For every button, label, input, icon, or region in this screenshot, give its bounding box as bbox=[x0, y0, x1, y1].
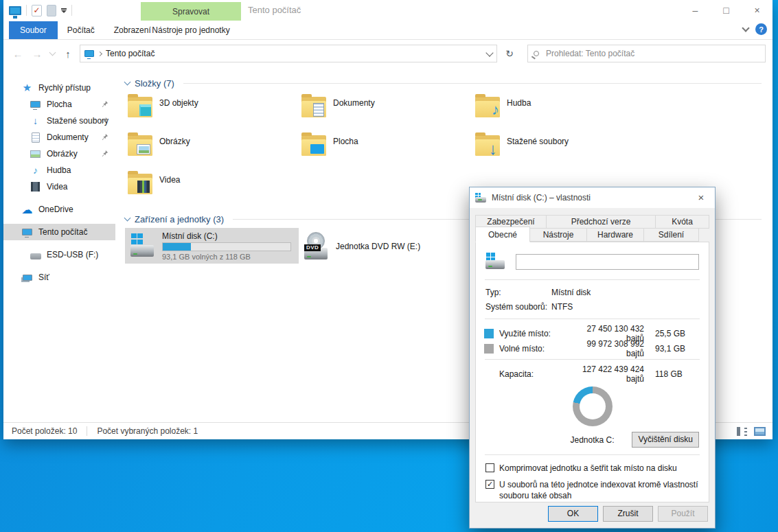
folder-item-stazene-soubory[interactable]: ↓ Stažené soubory bbox=[472, 130, 646, 169]
close-button[interactable]: × bbox=[742, 0, 773, 21]
customize-toolbar-dropdown-icon[interactable] bbox=[61, 10, 67, 13]
tab-obecne[interactable]: Obecné bbox=[475, 227, 530, 242]
usb-drive-icon bbox=[30, 249, 41, 261]
breadcrumb-location[interactable]: Tento počítač bbox=[106, 49, 155, 58]
help-button[interactable]: ? bbox=[755, 23, 767, 35]
index-checkbox-label: U souborů na této jednotce indexovat kro… bbox=[499, 479, 699, 501]
breadcrumb[interactable]: Tento počítač bbox=[80, 45, 497, 62]
folder-item-dokumenty[interactable]: Dokumenty bbox=[299, 92, 472, 130]
compress-checkbox-row[interactable]: Komprimovat jednotku a šetřit tak místo … bbox=[484, 460, 700, 476]
tab-soubor[interactable]: Soubor bbox=[9, 21, 58, 39]
tab-hardware[interactable]: Hardware bbox=[586, 228, 644, 242]
dialog-close-icon[interactable]: × bbox=[687, 187, 715, 207]
free-space-size: 93,1 GB bbox=[655, 344, 700, 354]
chevron-down-icon[interactable] bbox=[124, 79, 131, 86]
tab-nastroje-pro-jednotky[interactable]: Nástroje pro jednotky bbox=[141, 21, 241, 39]
details-view-icon[interactable] bbox=[737, 427, 747, 436]
new-folder-icon[interactable] bbox=[47, 5, 56, 16]
search-icon bbox=[534, 51, 539, 56]
sidebar-item-label: ESD-USB (F:) bbox=[47, 250, 98, 259]
chevron-down-icon[interactable] bbox=[124, 215, 131, 222]
used-space-size: 25,5 GB bbox=[655, 329, 700, 338]
drive-name: Místní disk (C:) bbox=[162, 231, 295, 241]
music-icon: ♪ bbox=[30, 165, 41, 176]
apply-button[interactable]: Použít bbox=[658, 506, 708, 522]
dialog-title: Místní disk (C:) – vlastnosti bbox=[492, 193, 591, 203]
index-checkbox-row[interactable]: ✓ U souborů na této jednotce indexovat k… bbox=[484, 476, 700, 504]
used-space-swatch bbox=[484, 329, 494, 338]
free-space-bytes: 99 972 308 992 bajtů bbox=[568, 339, 655, 358]
ribbon-right-controls: ? bbox=[743, 23, 767, 35]
sidebar-item-quick-access[interactable]: ★ Rychlý přístup bbox=[3, 80, 115, 96]
drive-item-c[interactable]: Místní disk (C:) 93,1 GB volných z 118 G… bbox=[125, 228, 299, 264]
search-input[interactable] bbox=[545, 48, 759, 59]
divider bbox=[485, 454, 700, 455]
capacity-size: 118 GB bbox=[655, 369, 700, 379]
sidebar-item-dokumenty[interactable]: Dokumenty bbox=[3, 129, 115, 146]
thumbnail-view-icon[interactable] bbox=[754, 427, 766, 436]
type-row: Typ: Místní disk bbox=[484, 285, 700, 299]
minimize-button[interactable]: – bbox=[680, 0, 711, 21]
sidebar-item-sit[interactable]: Síť bbox=[3, 269, 115, 286]
folder-name: Stažené soubory bbox=[507, 132, 569, 146]
drive-item-dvd[interactable]: DVD Jednotka DVD RW (E:) bbox=[299, 228, 472, 264]
drive-caption-row: Jednotka C: Vyčištění disku bbox=[484, 432, 700, 450]
recent-locations-icon[interactable] bbox=[49, 49, 56, 56]
tab-sdileni[interactable]: Sdílení bbox=[643, 228, 699, 242]
folder-item-3d-objekty[interactable]: 3D objekty bbox=[125, 92, 299, 130]
drive-name: Jednotka DVD RW (E:) bbox=[336, 242, 468, 251]
sidebar-item-stazene-soubory[interactable]: ↓ Stažené soubory bbox=[3, 113, 115, 129]
free-space-label: Volné místo: bbox=[499, 344, 568, 354]
folder-pictures-icon bbox=[128, 135, 152, 156]
address-dropdown-icon[interactable] bbox=[485, 49, 493, 56]
group-header-slozky[interactable]: Složky (7) bbox=[125, 74, 773, 92]
status-separator bbox=[87, 426, 87, 436]
manage-group-label: Spravovat bbox=[172, 7, 209, 16]
sidebar-item-tento-pocitac[interactable]: Tento počítač bbox=[3, 224, 115, 240]
ok-button[interactable]: OK bbox=[548, 506, 598, 522]
index-checkbox[interactable]: ✓ bbox=[485, 480, 494, 489]
location-icon bbox=[84, 50, 94, 57]
tab-row-2: Obecné Nástroje Hardware Sdílení bbox=[475, 228, 709, 242]
properties-dialog: Místní disk (C:) – vlastnosti × Zabezpeč… bbox=[469, 187, 716, 529]
tab-pocitac[interactable]: Počítač bbox=[58, 21, 104, 39]
sidebar-item-esd-usb[interactable]: ESD-USB (F:) bbox=[3, 246, 115, 263]
sidebar-item-plocha[interactable]: Plocha bbox=[3, 96, 115, 113]
tab-nastroje[interactable]: Nástroje bbox=[529, 228, 587, 242]
compress-checkbox[interactable] bbox=[485, 463, 494, 472]
sidebar-item-videa[interactable]: Videa bbox=[3, 178, 115, 195]
sidebar-item-label: Hudba bbox=[47, 165, 71, 175]
free-space-row: Volné místo: 99 972 308 992 bajtů 93,1 G… bbox=[484, 339, 700, 354]
document-icon bbox=[30, 132, 41, 143]
sidebar-item-label: Obrázky bbox=[47, 149, 78, 159]
maximize-button[interactable]: □ bbox=[711, 0, 742, 21]
folder-name: Plocha bbox=[333, 132, 358, 146]
forward-icon[interactable]: → bbox=[30, 48, 45, 60]
this-pc-icon[interactable] bbox=[9, 6, 21, 15]
sidebar-item-onedrive[interactable]: ☁ OneDrive bbox=[3, 201, 115, 218]
selected-count: Počet vybraných položek: 1 bbox=[97, 426, 198, 436]
tab-predchozi-verze[interactable]: Předchozí verze bbox=[546, 215, 656, 229]
folder-item-plocha[interactable]: Plocha bbox=[299, 130, 472, 169]
tab-kvota[interactable]: Kvóta bbox=[655, 215, 709, 229]
up-icon[interactable]: ↑ bbox=[60, 48, 76, 60]
folder-item-hudba[interactable]: ♪ Hudba bbox=[472, 92, 646, 130]
back-icon[interactable]: ← bbox=[10, 48, 25, 60]
ribbon-tab-bar: Soubor Počítač Zobrazení Nástroje pro je… bbox=[3, 21, 773, 40]
capacity-label: Kapacita: bbox=[499, 369, 568, 379]
volume-label-input[interactable] bbox=[516, 254, 699, 270]
refresh-icon[interactable]: ↻ bbox=[501, 45, 518, 62]
collapse-ribbon-icon[interactable] bbox=[742, 24, 749, 32]
properties-icon[interactable]: ✓ bbox=[32, 5, 42, 16]
cancel-button[interactable]: Zrušit bbox=[603, 506, 653, 522]
contextual-tab-group: Spravovat bbox=[141, 2, 241, 21]
sidebar-item-hudba[interactable]: ♪ Hudba bbox=[3, 162, 115, 178]
window-controls: – □ × bbox=[680, 0, 773, 21]
items-count: Počet položek: 10 bbox=[12, 426, 77, 436]
pin-icon bbox=[102, 100, 108, 108]
folder-item-obrazky[interactable]: Obrázky bbox=[125, 130, 299, 169]
sidebar-item-obrazky[interactable]: Obrázky bbox=[3, 146, 115, 162]
folder-item-videa[interactable]: Videa bbox=[125, 169, 299, 207]
search-box[interactable] bbox=[527, 45, 766, 62]
disk-cleanup-button[interactable]: Vyčištění disku bbox=[632, 432, 699, 448]
